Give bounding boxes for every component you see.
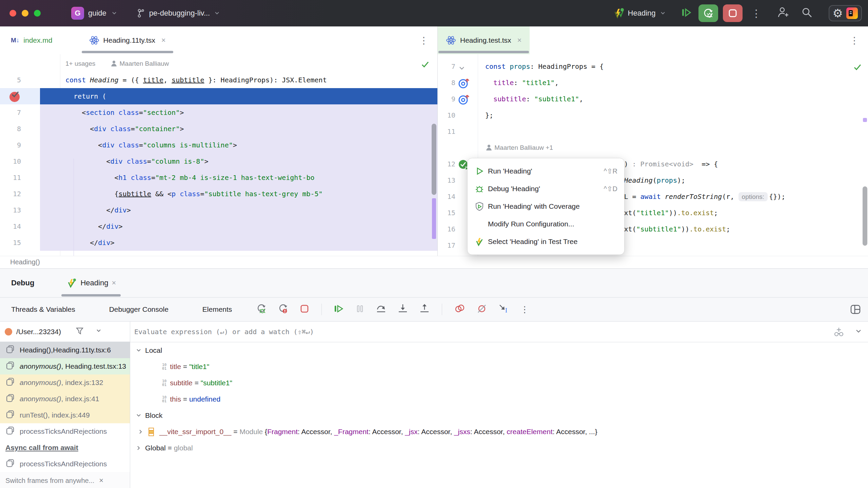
code-line[interactable]: 8 title: "title1",	[438, 75, 868, 91]
code-line[interactable]: return (	[0, 88, 437, 104]
vcs-branch-widget[interactable]: pe-debugging-liv...	[136, 8, 221, 18]
stop-button[interactable]	[723, 4, 743, 22]
chevron-down-icon[interactable]	[854, 327, 863, 337]
fold-gutter-icon[interactable]	[457, 61, 466, 74]
rerun-icon[interactable]	[256, 303, 267, 316]
mute-breakpoints-icon[interactable]	[454, 303, 466, 316]
menu-item[interactable]: Modify Run Configuration...	[468, 215, 624, 233]
menu-item[interactable]: Run 'Heading'^⇧R	[468, 162, 624, 180]
variable-row[interactable]: 1001subtitle = "subtitle1"	[130, 375, 868, 391]
stack-frame-item[interactable]: anonymous(), Heading.test.tsx:13	[0, 358, 130, 374]
resume-icon[interactable]	[333, 303, 344, 316]
tab-elements[interactable]: Elements	[202, 305, 232, 313]
menu-item[interactable]: Select 'Heading' in Test Tree	[468, 233, 624, 250]
stop-icon[interactable]	[299, 303, 310, 316]
chevron-down-icon[interactable]	[95, 327, 102, 336]
gutter[interactable]: 7	[0, 104, 40, 121]
gutter[interactable]: 15	[0, 235, 40, 251]
breakpoints-disabled-icon[interactable]	[476, 303, 488, 316]
chevron-right-icon[interactable]	[135, 444, 145, 452]
stack-frame-item[interactable]: anonymous(), index.js:41	[0, 391, 130, 407]
scrollbar-thumb[interactable]	[863, 186, 867, 246]
inspections-ok-icon[interactable]	[420, 59, 431, 71]
menu-item[interactable]: Run 'Heading' with Coverage	[468, 198, 624, 215]
code-line[interactable]: 11	[438, 123, 868, 140]
gutter[interactable]: 7	[438, 58, 478, 75]
gutter[interactable]	[0, 56, 40, 72]
step-over-icon[interactable]	[375, 303, 387, 316]
gutter[interactable]: 5	[0, 72, 40, 88]
gutter[interactable]: 9	[0, 137, 40, 153]
watch-gutter-icon[interactable]	[457, 77, 471, 91]
bp-gutter-icon[interactable]	[8, 90, 21, 104]
rerun-debug-button[interactable]	[698, 4, 718, 22]
kebab-menu-icon[interactable]: ⋮	[841, 35, 868, 46]
code-line[interactable]: 15 </div>	[0, 235, 437, 251]
code-line[interactable]: 11 <h1 class="mt-2 mb-4 is-size-1 has-te…	[0, 169, 437, 186]
gutter[interactable]: 12	[0, 186, 40, 202]
resume-icon[interactable]	[680, 6, 692, 20]
stack-frame-item[interactable]: processTicksAndRejections	[0, 456, 130, 472]
tab-index-md[interactable]: M↓ index.md	[3, 26, 61, 54]
inspections-ok-icon[interactable]	[852, 62, 863, 74]
breadcrumb[interactable]: Heading()	[0, 256, 868, 268]
code-line[interactable]: 5const Heading = ({ title, subtitle }: H…	[0, 72, 437, 88]
run-configuration-selector[interactable]: Heading	[612, 7, 667, 19]
tab-debugger-console[interactable]: Debugger Console	[109, 305, 169, 313]
filter-icon[interactable]	[75, 326, 85, 338]
stack-frame-item[interactable]: Async call from await	[0, 440, 130, 456]
variable-row[interactable]: 1001this = undefined	[130, 391, 868, 407]
code-line[interactable]: 7const props: HeadingProps = {	[438, 58, 868, 75]
thread-selector[interactable]: /User...23234)	[0, 322, 130, 342]
tab-threads-variables[interactable]: Threads & Variables	[11, 305, 75, 313]
tab-heading-11ty-tsx[interactable]: Heading.11ty.tsx ×	[81, 26, 174, 54]
tab-heading-test-tsx[interactable]: Heading.test.tsx ×	[438, 26, 530, 54]
gutter[interactable]: 9	[438, 91, 478, 107]
scrollbar-thumb[interactable]	[432, 124, 436, 195]
close-icon[interactable]: ×	[112, 279, 116, 287]
code-line[interactable]: 14 </div>	[0, 218, 437, 235]
variable-row[interactable]: Global = global	[130, 440, 868, 456]
stack-frame-item[interactable]: anonymous(), index.js:132	[0, 374, 130, 391]
variable-row[interactable]: Block	[130, 407, 868, 424]
close-window-icon[interactable]	[9, 10, 16, 17]
project-widget[interactable]: G guide	[71, 7, 118, 20]
code-line[interactable]: 7 <section class="section">	[0, 104, 437, 121]
gutter[interactable]	[0, 88, 40, 104]
code-line[interactable]: 8 <div class="container">	[0, 121, 437, 137]
debug-session-tab[interactable]: Heading ×	[61, 269, 121, 297]
code-inlay-row[interactable]: Maarten Balliauw +1	[438, 140, 868, 156]
code-line[interactable]: 13 </div>	[0, 202, 437, 218]
add-user-icon[interactable]	[776, 6, 789, 20]
gutter[interactable]: 11	[438, 123, 478, 140]
gutter[interactable]: 13	[0, 202, 40, 218]
evaluate-expression-input[interactable]: Evaluate expression (↵) or add a watch (…	[130, 322, 868, 342]
watch-gutter-icon[interactable]	[457, 94, 471, 107]
code-line[interactable]: 10 <div class="column is-8">	[0, 153, 437, 169]
variable-row[interactable]: Local	[130, 342, 868, 359]
kebab-menu-icon[interactable]: ⋮	[520, 304, 529, 315]
stack-frame-item[interactable]: Heading(), Heading.11ty.tsx:6	[0, 342, 130, 358]
chevron-down-icon[interactable]	[135, 412, 145, 419]
minimize-window-icon[interactable]	[22, 10, 28, 17]
code-inlay-row[interactable]: 1+ usages Maarten Balliauw	[0, 56, 437, 72]
gutter[interactable]: 10	[0, 153, 40, 169]
jetbrains-ai-icon[interactable]	[846, 7, 858, 19]
code-line[interactable]: 9 subtitle: "subtitle1",	[438, 91, 868, 107]
run-to-cursor-icon[interactable]: I	[498, 303, 510, 316]
step-out-icon[interactable]	[419, 303, 430, 316]
kebab-menu-icon[interactable]: ⋮	[410, 35, 437, 46]
code-line[interactable]: 9 <div class="columns is-multiline">	[0, 137, 437, 153]
stack-frame-item[interactable]: runTest(), index.js:449	[0, 407, 130, 423]
stack-frame-item[interactable]: processTicksAndRejections	[0, 423, 130, 440]
maximize-window-icon[interactable]	[34, 10, 41, 17]
search-icon[interactable]	[801, 6, 813, 20]
gutter[interactable]: 10	[438, 107, 478, 123]
settings-gear-icon[interactable]: ⚙	[833, 7, 843, 19]
gutter[interactable]	[438, 140, 478, 156]
kebab-menu-icon[interactable]: ⋮	[749, 7, 770, 19]
layout-settings-icon[interactable]	[849, 303, 862, 317]
gutter[interactable]: 8	[438, 75, 478, 91]
code-line[interactable]: 12 {subtitle && <p class="subtitle has-t…	[0, 186, 437, 202]
gutter[interactable]: 14	[0, 218, 40, 235]
